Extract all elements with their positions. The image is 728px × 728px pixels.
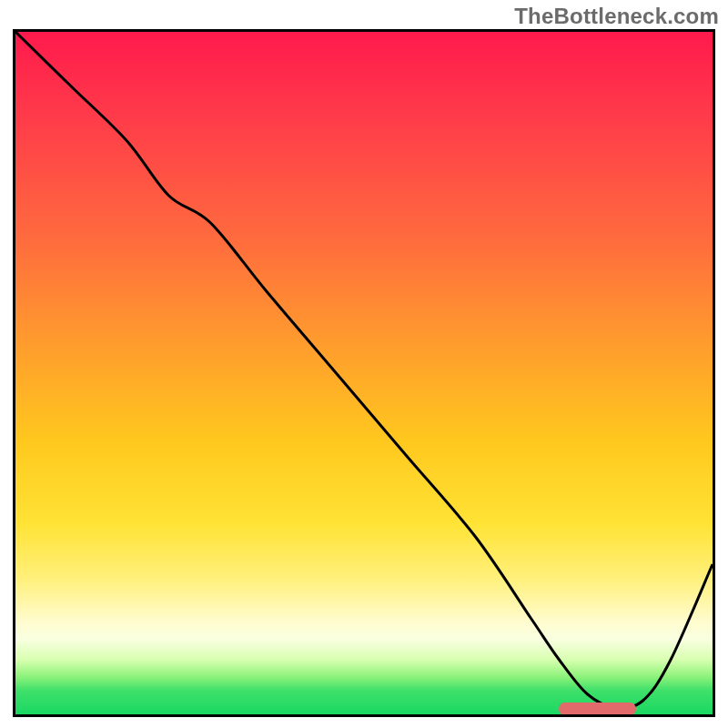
plot-area [13, 29, 715, 717]
watermark-text: TheBottleneck.com [514, 4, 719, 29]
chart-stage: TheBottleneck.com [0, 0, 728, 728]
curve-layer [15, 32, 713, 714]
bottleneck-curve [15, 32, 713, 708]
optimal-range-marker [559, 703, 635, 715]
